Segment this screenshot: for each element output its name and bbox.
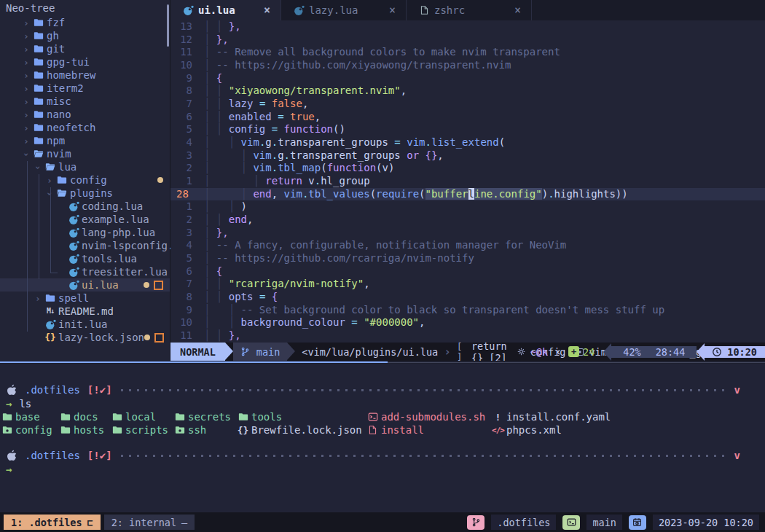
tree-item-lang-php.lua[interactable]: lang-php.lua <box>0 226 170 239</box>
code-line[interactable]: 12│ }, <box>170 34 765 47</box>
file-icon <box>417 5 431 15</box>
ls-entry-hosts: hosts <box>60 423 104 437</box>
tree-item-README.md[interactable]: M↓README.md <box>0 305 170 318</box>
line-number: 1 <box>170 175 204 188</box>
code-line[interactable]: 1│ │ ) <box>170 200 765 214</box>
tmux-window-1: .dotfiles[interactable]: 1: .dotfiles⊏ <box>4 515 101 530</box>
neotree-title: Neo-tree <box>0 0 170 16</box>
window-flag: – <box>181 517 187 528</box>
folder-dot-icon <box>1 425 12 435</box>
tree-item-lua[interactable]: ›lua <box>0 160 170 173</box>
code-line[interactable]: 9│ │ -- Set background color to black so… <box>170 304 765 317</box>
tab-ui.lua[interactable]: ui.lua× <box>170 0 281 20</box>
tree-item-example.lua[interactable]: example.lua <box>0 213 170 226</box>
line-number: 6 <box>170 111 204 124</box>
code-line[interactable]: 9│ { <box>170 72 765 85</box>
tree-item-nvim-lspconfig.[interactable]: nvim-lspconfig. <box>0 239 170 252</box>
tree-item-plugins[interactable]: ›plugins <box>0 187 170 200</box>
tree-item-git[interactable]: ›git <box>0 42 170 55</box>
code-line[interactable]: 8│ │ "xiyaowong/transparent.nvim", <box>170 85 765 98</box>
unstaged-square <box>154 281 163 290</box>
code-line-current[interactable]: 28│ │ end, vim.tbl_values(require("buffe… <box>170 188 765 201</box>
code-editor[interactable]: 13│ │ },12│ },11│ -- Remove all backgrou… <box>170 20 765 343</box>
powerline-separator <box>225 343 233 360</box>
ls-output-row: confighostsscriptsssh{}Brewfile.lock.jso… <box>0 423 765 437</box>
code-line[interactable]: 3│ │ vim.g.transparent_groups or {}, <box>170 149 765 163</box>
code-line[interactable]: 11│ │ }, <box>170 329 765 343</box>
close-icon[interactable]: × <box>389 4 396 17</box>
code-line[interactable]: 4│ -- A fancy, configurable, notificatio… <box>170 239 765 252</box>
git-added-count: 24 <box>583 346 595 358</box>
code-line[interactable]: 2│ │ end, <box>170 214 765 227</box>
clock-segment: 10:20 <box>705 346 765 358</box>
code-line[interactable]: 13│ │ }, <box>170 20 765 34</box>
ls-entry-local: local <box>111 410 156 423</box>
code-line[interactable]: 6│ { <box>170 265 765 278</box>
tree-item-nvim[interactable]: ›nvim <box>0 147 170 160</box>
tree-item-lazy-lock.json[interactable]: {}lazy-lock.json <box>0 331 170 344</box>
statusline: NORMAL main <vim/lua/plugins/ui.lua › [ … <box>170 343 765 361</box>
neotree-panel: Neo-tree ›fzf›gh›git›gpg-tui›homebrew›it… <box>0 0 170 361</box>
chevron-right-icon: › <box>444 345 451 359</box>
tree-item-misc[interactable]: ›misc <box>0 95 170 108</box>
lua-icon <box>67 240 80 251</box>
code-line[interactable]: 10│ -- https://github.com/xiyaowong/tran… <box>170 59 765 72</box>
tree-item-gh[interactable]: ›gh <box>0 29 170 42</box>
code-line[interactable]: 7│ │ "rcarriga/nvim-notify", <box>170 278 765 291</box>
code-line[interactable]: 3│ }, <box>170 227 765 240</box>
code-line[interactable]: 5│ │ config = function() <box>170 123 765 136</box>
tree-item-fzf[interactable]: ›fzf <box>0 16 170 29</box>
tree-item-spell[interactable]: ›spell <box>0 292 170 305</box>
code-line[interactable]: 7│ │ lazy = false, <box>170 98 765 111</box>
folder-icon <box>60 425 71 435</box>
close-icon[interactable]: × <box>264 4 270 17</box>
code-line[interactable]: 5│ -- https://github.com/rcarriga/nvim-n… <box>170 252 765 265</box>
chevron-down-icon: › <box>32 160 44 174</box>
ls-entry-docs: docs <box>60 410 98 423</box>
tree-item-iterm2[interactable]: ›iterm2 <box>0 82 170 95</box>
code-icon: </> <box>493 426 503 435</box>
shell-command-line[interactable]: → <box>0 463 765 476</box>
code-line[interactable]: 4│ │ vim.g.transparent_groups = vim.list… <box>170 136 765 149</box>
folder-icon <box>111 412 122 422</box>
folder-icon <box>32 70 45 80</box>
line-number: 7 <box>170 278 204 291</box>
tree-item-config[interactable]: ›config <box>0 173 170 187</box>
tree-item-coding.lua[interactable]: coding.lua <box>0 200 170 213</box>
tree-item-neofetch[interactable]: ›neofetch <box>0 121 170 134</box>
terminal-screen: Neo-tree ›fzf›gh›git›gpg-tui›homebrew›it… <box>0 0 765 532</box>
tree-indent-guide <box>39 174 39 279</box>
tmux-window-2: internal[interactable]: 2: internal– <box>104 515 195 530</box>
tree-item-init.lua[interactable]: init.lua <box>0 318 170 331</box>
file-icon <box>367 425 378 435</box>
code-line[interactable]: 2│ │ vim.tbl_map(function(v) <box>170 162 765 175</box>
tab-zshrc[interactable]: zshrc× <box>407 0 532 20</box>
tree-item-npm[interactable]: ›npm <box>0 134 170 147</box>
ls-entry-install: install <box>367 423 424 437</box>
tree-item-gpg-tui[interactable]: ›gpg-tui <box>0 55 170 69</box>
tmux-status-bar: 1: .dotfiles⊏2: internal–.dotfilesmain20… <box>0 512 765 532</box>
code-line[interactable]: 10│ │ background_colour = "#000000", <box>170 316 765 329</box>
code-line[interactable]: 8│ │ opts = { <box>170 291 765 304</box>
folder-icon <box>111 425 122 435</box>
shell-pane[interactable]: .dotfiles [!✔] v →ls basedocslocalsecret… <box>0 364 765 512</box>
modified-dot <box>157 177 163 183</box>
line-number: 1 <box>170 200 204 214</box>
ls-entry-phpcs.xml: </>phpcs.xml <box>493 423 562 437</box>
neotree-scrollbar[interactable] <box>167 4 169 47</box>
code-line[interactable]: 11│ -- Remove all background colors to m… <box>170 46 765 59</box>
code-line[interactable]: 6│ │ enabled = true, <box>170 111 765 124</box>
tree-item-homebrew[interactable]: ›homebrew <box>0 69 170 82</box>
lua-icon <box>67 280 80 291</box>
tab-lazy.lua[interactable]: lazy.lua× <box>281 0 407 20</box>
tree-item-treesitter.lua[interactable]: treesitter.lua <box>0 265 170 278</box>
tree-item-tools.lua[interactable]: tools.lua <box>0 252 170 265</box>
code-line[interactable]: 1│ │ return v.hl_group <box>170 175 765 188</box>
close-icon[interactable]: × <box>514 4 521 17</box>
tree-indent-guide <box>27 161 28 332</box>
clock-icon <box>710 347 723 357</box>
tree-item-nano[interactable]: ›nano <box>0 108 170 121</box>
ls-entry-add-submodules.sh: add-submodules.sh <box>367 410 485 423</box>
cursor-position: 28:44 <box>656 346 686 358</box>
tree-item-ui.lua[interactable]: ui.lua <box>0 278 170 292</box>
